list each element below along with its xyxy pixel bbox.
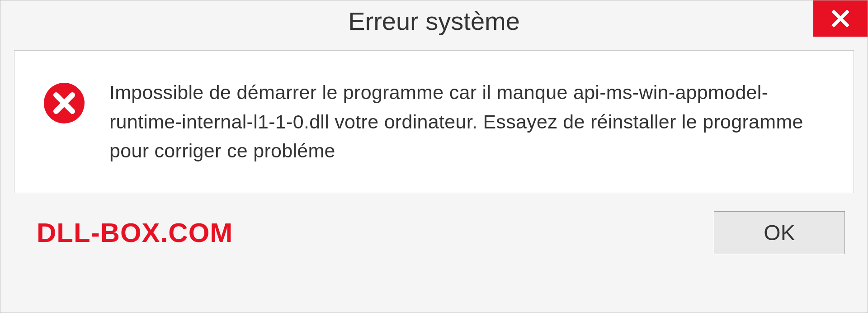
error-message: Impossible de démarrer le programme car … — [109, 78, 817, 166]
ok-button[interactable]: OK — [714, 211, 845, 254]
close-button[interactable] — [813, 0, 868, 37]
content-box: Impossible de démarrer le programme car … — [14, 50, 854, 193]
dialog-title: Erreur système — [348, 6, 520, 36]
error-icon — [42, 81, 87, 126]
titlebar: Erreur système — [0, 0, 868, 41]
close-icon — [830, 9, 850, 28]
dialog-footer: DLL-BOX.COM OK — [0, 202, 868, 268]
watermark-text: DLL-BOX.COM — [37, 217, 233, 248]
error-dialog: Erreur système Impossible de démarrer le… — [0, 0, 868, 313]
